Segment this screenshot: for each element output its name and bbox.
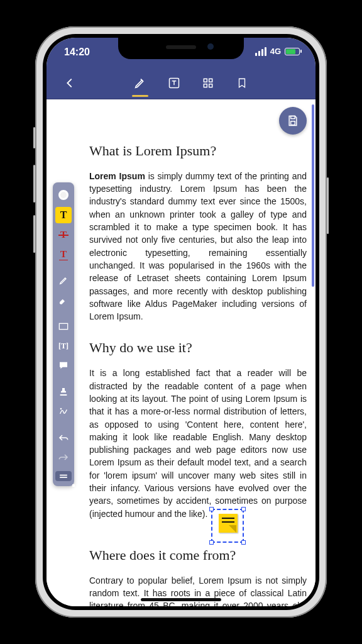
text-box-tool[interactable]: [T] bbox=[55, 338, 72, 354]
svg-rect-3 bbox=[204, 84, 207, 87]
svg-rect-7 bbox=[59, 323, 67, 329]
heading-3: Where does it come from? bbox=[89, 545, 307, 565]
comment-tool[interactable] bbox=[55, 357, 72, 374]
phone-notch bbox=[118, 38, 244, 59]
svg-rect-4 bbox=[209, 84, 212, 87]
bookmark-tab[interactable] bbox=[225, 67, 259, 99]
paragraph-1: Lorem Ipsum is simply dummy text of the … bbox=[89, 170, 307, 323]
signature-tool[interactable] bbox=[55, 403, 72, 419]
status-network: 4G bbox=[270, 47, 281, 56]
heading-2: Why do we use it? bbox=[89, 338, 307, 358]
more-tools[interactable] bbox=[55, 471, 72, 481]
shape-tool[interactable] bbox=[55, 318, 72, 335]
sticky-note-annotation[interactable] bbox=[211, 509, 244, 543]
paragraph-2: It is a long established fact that a rea… bbox=[89, 367, 307, 530]
svg-rect-10 bbox=[60, 477, 67, 478]
apps-tab[interactable] bbox=[191, 67, 225, 99]
redo-tool[interactable] bbox=[55, 449, 72, 465]
document-viewport[interactable]: What is Lorem Ipsum? Lorem Ipsum is simp… bbox=[78, 99, 315, 606]
signal-icon bbox=[255, 47, 266, 56]
top-toolbar bbox=[47, 67, 315, 99]
back-button[interactable] bbox=[53, 67, 87, 99]
color-picker-tool[interactable] bbox=[58, 190, 69, 200]
text-tab[interactable] bbox=[157, 67, 191, 99]
heading-1: What is Lorem Ipsum? bbox=[89, 141, 307, 161]
annotate-tab[interactable] bbox=[123, 67, 157, 99]
stamp-tool[interactable] bbox=[55, 384, 72, 400]
svg-rect-2 bbox=[209, 79, 212, 82]
svg-rect-1 bbox=[204, 79, 207, 82]
undo-tool[interactable] bbox=[55, 430, 72, 446]
strikethrough-tool[interactable]: T bbox=[55, 226, 72, 243]
home-indicator[interactable] bbox=[141, 598, 221, 601]
eraser-tool[interactable] bbox=[55, 292, 72, 308]
battery-icon: ⚡︎ bbox=[285, 48, 302, 55]
pencil-tool[interactable] bbox=[55, 272, 72, 289]
underline-tool[interactable]: T bbox=[55, 246, 72, 262]
annotation-tool-rail: T T T bbox=[53, 182, 74, 486]
svg-rect-9 bbox=[60, 475, 67, 476]
paragraph-3: Contrary to popular belief, Lorem Ipsum … bbox=[89, 574, 307, 607]
highlight-tool[interactable]: T bbox=[55, 207, 72, 223]
status-time: 14:20 bbox=[64, 47, 90, 58]
svg-point-8 bbox=[60, 408, 61, 409]
